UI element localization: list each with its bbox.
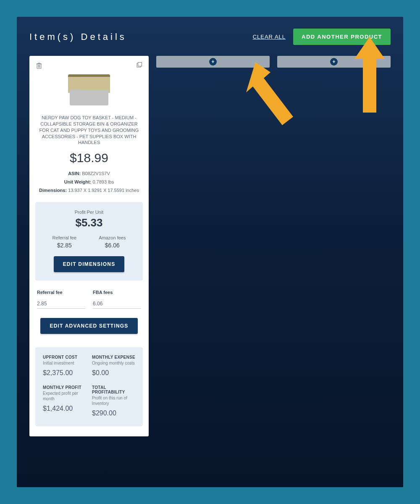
- product-columns: NERDY PAW DOG TOY BASKET - MEDIUM - COLL…: [29, 56, 391, 436]
- total-profitability-title: TOTAL PROFITABILITY: [92, 385, 135, 394]
- amazon-fee-col: Amazon fees $6.06: [99, 235, 126, 249]
- dimensions-row: Dimensions: 13.937 X 1.9291 X 17.5591 in…: [35, 188, 143, 193]
- asin-label: ASIN:: [68, 171, 81, 176]
- profit-per-unit-value: $5.33: [41, 216, 137, 229]
- referral-fee-label: Referral fee: [52, 235, 76, 240]
- weight-label: Unit Weight:: [64, 179, 92, 184]
- empty-slot-2[interactable]: +: [277, 56, 391, 68]
- referral-input[interactable]: [37, 299, 85, 309]
- total-profitability-cell: TOTAL PROFITABILITY Profit on this run o…: [92, 385, 135, 417]
- summary-box: UPFRONT COST Initial investment $2,375.0…: [35, 347, 143, 426]
- fba-input-label: FBA fees: [93, 290, 141, 295]
- referral-input-label: Referral fee: [37, 290, 85, 295]
- total-profitability-sub: Profit on this run of inventory: [92, 395, 135, 406]
- product-image: [64, 71, 114, 109]
- monthly-profit-title: MONTHLY PROFIT: [43, 385, 86, 390]
- fba-input-col: FBA fees: [93, 290, 141, 309]
- dimensions-label: Dimensions:: [39, 188, 67, 193]
- referral-fee-value: $2.85: [52, 242, 76, 249]
- advanced-button-wrap: EDIT ADVANCED SETTINGS: [35, 318, 143, 334]
- svg-rect-1: [138, 63, 142, 66]
- weight-row: Unit Weight: 0.7893 lbs: [35, 179, 143, 184]
- dimensions-value: 13.937 X 1.9291 X 17.5591 inches: [68, 188, 139, 193]
- referral-input-col: Referral fee: [37, 290, 85, 309]
- fba-input[interactable]: [93, 299, 141, 309]
- header-actions: CLEAR ALL ADD ANOTHER PRODUCT: [253, 29, 391, 45]
- asin-value: B08Z2V1S7V: [82, 171, 110, 176]
- product-title: NERDY PAW DOG TOY BASKET - MEDIUM - COLL…: [35, 115, 143, 146]
- copy-icon[interactable]: [135, 62, 143, 69]
- empty-slot-1[interactable]: +: [156, 56, 270, 68]
- profit-per-unit-label: Profit Per Unit: [41, 210, 137, 215]
- referral-fee-col: Referral fee $2.85: [52, 235, 76, 249]
- card-top-icons: [35, 62, 143, 69]
- fee-row: Referral fee $2.85 Amazon fees $6.06: [41, 235, 137, 249]
- delete-icon[interactable]: [35, 62, 43, 69]
- fee-inputs-row: Referral fee FBA fees: [35, 290, 143, 309]
- upfront-cost-title: UPFRONT COST: [43, 355, 86, 360]
- monthly-profit-cell: MONTHLY PROFIT Expected profit per month…: [43, 385, 86, 417]
- amazon-fee-label: Amazon fees: [99, 235, 126, 240]
- monthly-expense-value: $0.00: [92, 369, 135, 377]
- main-panel: Item(s) Details CLEAR ALL ADD ANOTHER PR…: [17, 17, 403, 487]
- plus-icon: +: [209, 58, 217, 66]
- monthly-profit-sub: Expected profit per month: [43, 391, 86, 402]
- asin-row: ASIN: B08Z2V1S7V: [35, 171, 143, 176]
- weight-value: 0.7893 lbs: [92, 179, 114, 184]
- upfront-cost-cell: UPFRONT COST Initial investment $2,375.0…: [43, 355, 86, 377]
- upfront-cost-sub: Initial investment: [43, 360, 86, 366]
- header-row: Item(s) Details CLEAR ALL ADD ANOTHER PR…: [29, 29, 391, 45]
- monthly-expense-title: MONTHLY EXPENSE: [92, 355, 135, 360]
- add-product-button[interactable]: ADD ANOTHER PRODUCT: [293, 29, 391, 45]
- product-card: NERDY PAW DOG TOY BASKET - MEDIUM - COLL…: [29, 56, 149, 436]
- product-price: $18.99: [35, 151, 143, 165]
- total-profitability-value: $290.00: [92, 410, 135, 417]
- upfront-cost-value: $2,375.00: [43, 369, 86, 377]
- amazon-fee-value: $6.06: [99, 242, 126, 249]
- clear-all-button[interactable]: CLEAR ALL: [253, 34, 286, 40]
- monthly-profit-value: $1,424.00: [43, 405, 86, 412]
- monthly-expense-cell: MONTHLY EXPENSE Ongoing monthly costs $0…: [92, 355, 135, 377]
- plus-icon: +: [330, 58, 338, 66]
- edit-advanced-button[interactable]: EDIT ADVANCED SETTINGS: [40, 318, 137, 334]
- monthly-expense-sub: Ongoing monthly costs: [92, 360, 135, 366]
- profit-box: Profit Per Unit $5.33 Referral fee $2.85…: [35, 202, 143, 281]
- page-title: Item(s) Details: [29, 32, 127, 42]
- edit-dimensions-button[interactable]: EDIT DIMENSIONS: [54, 256, 125, 272]
